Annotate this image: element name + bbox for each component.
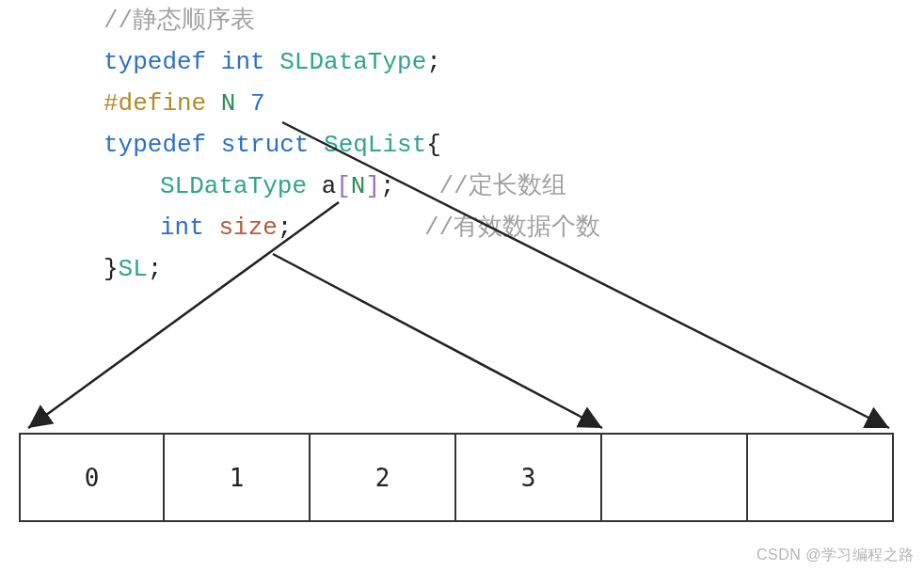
macro-val-7: 7 — [235, 89, 264, 118]
semicolon2: ; — [380, 172, 395, 200]
semicolon4: ; — [148, 255, 163, 283]
type-seqlist: SeqList — [309, 131, 426, 159]
array-table: 0 1 2 3 — [19, 433, 894, 522]
comment-static-seqlist: //静态顺序表 — [104, 7, 255, 35]
code-line-3: #define N 7 — [104, 83, 600, 124]
array-cell-5 — [748, 433, 894, 522]
array-cell-0: 0 — [19, 433, 165, 522]
array-cell-2: 2 — [311, 433, 456, 522]
comment-fixed-array: //定长数组 — [439, 172, 566, 200]
rbracket: ] — [365, 172, 380, 200]
code-line-4: typedef struct SeqList{ — [104, 124, 600, 166]
var-size: size — [218, 214, 277, 242]
macro-n-ref: N — [351, 172, 366, 200]
kw-typedef: typedef — [104, 48, 206, 76]
lbracket: [ — [336, 172, 351, 200]
kw-struct: struct — [206, 131, 309, 159]
space — [307, 172, 322, 200]
code-line-5: SLDataType a[N]; //定长数组 — [104, 166, 600, 207]
typedef-alias-sl: SL — [119, 255, 148, 283]
brace-open: { — [426, 131, 441, 159]
var-a: a — [322, 172, 337, 200]
kw-int: int — [221, 48, 265, 76]
array-cell-4 — [602, 433, 748, 522]
macro-name-n: N — [206, 89, 235, 118]
array-cell-1: 1 — [165, 433, 311, 522]
watermark: CSDN @学习编程之路 — [757, 546, 915, 565]
brace-close: } — [104, 255, 119, 283]
kw-int2: int — [160, 214, 204, 242]
comment-valid-count: //有效数据个数 — [424, 214, 600, 242]
code-line-7: }SL; — [104, 248, 600, 290]
array-cell-3: 3 — [456, 433, 602, 522]
space2 — [204, 214, 219, 242]
code-line-2: typedef int SLDataType; — [104, 41, 600, 83]
code-line-6: int size; //有效数据个数 — [104, 207, 600, 248]
code-line-1: //静态顺序表 — [104, 0, 600, 41]
type-sldatatype2: SLDataType — [160, 172, 307, 200]
kw-typedef2: typedef — [104, 131, 206, 159]
semicolon3: ; — [278, 214, 293, 242]
code-block: //静态顺序表 typedef int SLDataType; #define … — [104, 0, 600, 290]
preproc-define: #define — [104, 89, 206, 118]
semicolon: ; — [426, 48, 441, 76]
type-sldatatype: SLDataType — [265, 48, 427, 76]
